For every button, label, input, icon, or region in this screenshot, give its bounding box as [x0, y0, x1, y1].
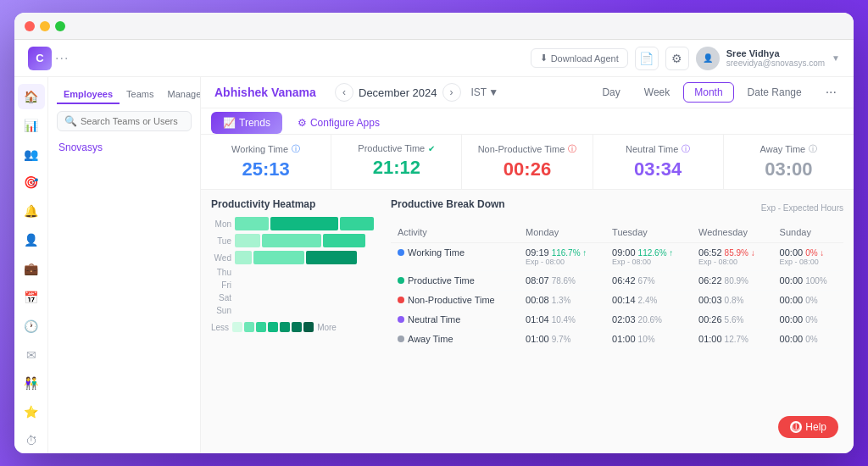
heatmap-title: Productivity Heatmap: [211, 198, 381, 210]
heatmap-row: Thu: [211, 268, 381, 277]
pct-value: 78.6%: [552, 276, 576, 286]
table-cell-monday: 09:19 116.7% ↑Exp - 08:00: [519, 243, 605, 271]
sidebar-icon-chart[interactable]: 📊: [18, 113, 45, 138]
timezone-selector[interactable]: IST ▼: [471, 86, 499, 98]
table-cell-activity: Productive Time: [391, 271, 519, 291]
prev-date-button[interactable]: ‹: [335, 83, 353, 102]
time-value: 06:22: [698, 275, 722, 286]
selected-user-name: Abhishek Vanama: [214, 86, 325, 99]
heatmap-day-label: Mon: [211, 219, 231, 229]
heatmap-grid: MonTueWedThuFriSatSun: [211, 217, 381, 315]
download-agent-button[interactable]: ⬇ Download Agent: [531, 48, 628, 68]
configure-icon: ⚙: [298, 117, 307, 129]
date-nav: ‹ December 2024 ›: [335, 83, 461, 102]
tab-teams[interactable]: Teams: [120, 86, 160, 104]
time-value: 00:00: [780, 247, 804, 258]
tab-managers[interactable]: Managers: [161, 86, 202, 104]
breakdown-table: Activity Monday Tuesday Wednesday Sunday…: [391, 222, 843, 349]
stat-nonproductive-label: Non-Productive Time ⓘ: [476, 143, 578, 155]
table-cell-monday: 00:08 1.3%: [519, 291, 605, 310]
view-tab-week[interactable]: Week: [634, 83, 680, 102]
stat-neutral-time: Neutral Time ⓘ 03:34: [593, 135, 724, 189]
help-button[interactable]: ⓘ Help: [778, 416, 838, 438]
heatmap-row: Tue: [211, 234, 381, 247]
search-icon: 🔍: [64, 115, 77, 127]
heatmap-cell: [262, 234, 321, 247]
global-topbar: C ··· ⬇ Download Agent 📄 ⚙ 👤 Sree Vidhya…: [14, 40, 854, 77]
maximize-button[interactable]: [55, 21, 65, 31]
pct-value: 85.9% ↓: [725, 248, 755, 258]
logo-area: C ···: [28, 47, 181, 70]
sidebar-icon-time[interactable]: ⏱: [18, 428, 45, 453]
time-value: 06:42: [612, 275, 636, 286]
tab-employees[interactable]: Employees: [57, 86, 120, 104]
trends-tab-button[interactable]: 📈 Trends: [211, 112, 282, 134]
sidebar-icon-clock[interactable]: 🕐: [18, 313, 45, 339]
stat-productive-time: Productive Time ✔ 21:12: [331, 135, 462, 189]
next-date-button[interactable]: ›: [442, 83, 461, 102]
stat-neutral-value: 03:34: [607, 158, 709, 180]
stat-away-value: 03:00: [737, 158, 840, 180]
search-input[interactable]: [81, 116, 184, 126]
col-monday: Monday: [519, 222, 605, 243]
table-cell-sunday: 00:00 0%: [773, 310, 843, 330]
exp-text: Exp - 08:00: [698, 258, 766, 266]
table-cell-sunday: 00:00 0% ↓Exp - 08:00: [773, 243, 843, 271]
stat-away-time: Away Time ⓘ 03:00: [724, 135, 854, 189]
main-content: Abhishek Vanama ‹ December 2024 › IST ▼ …: [201, 77, 854, 453]
team-item-snovasys[interactable]: Snovasys: [48, 138, 200, 157]
time-value: 01:00: [526, 334, 549, 344]
sidebar-icon-star[interactable]: ⭐: [18, 399, 45, 424]
settings-icon-button[interactable]: ⚙: [665, 47, 689, 70]
sidebar-icon-bell[interactable]: 🔔: [18, 198, 45, 224]
sidebar-icon-calendar[interactable]: 📅: [18, 285, 45, 310]
sidebar-icon-send[interactable]: ✉: [18, 342, 45, 368]
view-tab-daterange[interactable]: Date Range: [737, 83, 812, 102]
table-row: Working Time09:19 116.7% ↑Exp - 08:0009:…: [391, 243, 843, 271]
heatmap-cell: [235, 251, 252, 264]
search-box: 🔍: [57, 111, 192, 131]
time-value: 01:00: [612, 334, 636, 344]
more-options-button[interactable]: ···: [822, 85, 840, 100]
table-cell-wednesday: 01:00 12.7%: [692, 330, 773, 349]
heatmap-cell: [253, 251, 304, 264]
view-tab-day[interactable]: Day: [592, 83, 630, 102]
user-name: Sree Vidhya: [726, 48, 825, 58]
sidebar-icons: 🏠 📊 👥 🎯 🔔 👤 💼 📅 🕐 ✉ 👫 ⭐ ⏱: [14, 77, 48, 453]
sidebar-icon-group[interactable]: 👫: [18, 370, 45, 396]
info-icon-away: ⓘ: [809, 143, 817, 155]
document-icon-button[interactable]: 📄: [635, 47, 659, 70]
sidebar-icon-briefcase[interactable]: 💼: [18, 256, 45, 281]
activity-dot: [398, 316, 404, 323]
timezone-label: IST: [471, 86, 487, 98]
table-cell-monday: 08:07 78.6%: [519, 271, 605, 291]
minimize-button[interactable]: [40, 21, 50, 31]
table-cell-tuesday: 02:03 20.6%: [605, 310, 692, 330]
sidebar-icon-target[interactable]: 🎯: [18, 170, 45, 196]
time-value: 00:08: [526, 295, 549, 305]
exp-text: Exp - 08:00: [612, 258, 685, 266]
legend-cell: [244, 322, 254, 332]
breakdown-title: Productive Break Down: [391, 198, 505, 210]
sidebar-icon-users[interactable]: 👥: [18, 141, 45, 167]
table-cell-activity: Working Time: [391, 243, 519, 271]
time-value: 00:14: [612, 295, 636, 305]
action-tabs-bar: 📈 Trends ⚙ Configure Apps: [201, 108, 854, 135]
time-value: 01:04: [526, 314, 549, 325]
topbar: Abhishek Vanama ‹ December 2024 › IST ▼ …: [201, 77, 854, 108]
logo-dots: ···: [55, 51, 69, 66]
activity-label: Non-Productive Time: [408, 295, 495, 305]
col-sunday: Sunday: [773, 222, 843, 243]
legend-cell: [268, 322, 278, 332]
close-button[interactable]: [25, 21, 35, 31]
table-cell-wednesday: 06:22 80.9%: [692, 271, 773, 291]
view-tab-month[interactable]: Month: [683, 82, 733, 103]
user-dropdown-chevron[interactable]: ▼: [832, 53, 840, 63]
time-value: 02:03: [612, 314, 636, 325]
time-value: 09:19: [526, 247, 549, 258]
sidebar-icon-dashboard[interactable]: 🏠: [18, 84, 45, 109]
table-cell-monday: 01:00 9.7%: [519, 330, 605, 349]
sidebar-icon-person[interactable]: 👤: [18, 227, 45, 252]
configure-apps-button[interactable]: ⚙ Configure Apps: [289, 112, 388, 134]
info-icon-nonproductive: ⓘ: [568, 143, 576, 155]
